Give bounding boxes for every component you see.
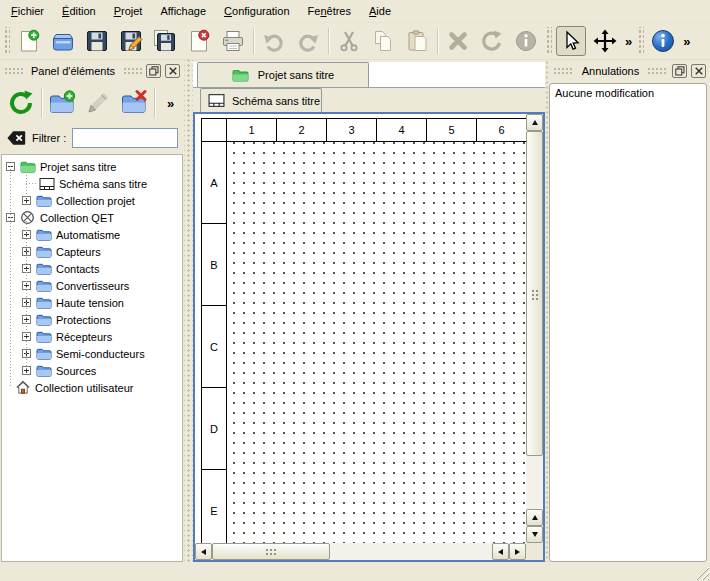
column-header: 5 <box>427 118 477 142</box>
redo-button[interactable] <box>291 25 325 57</box>
toolbar-drag-handle[interactable] <box>3 27 10 55</box>
move-tool-button[interactable] <box>588 25 622 57</box>
thumb-grip <box>530 288 539 300</box>
close-panel-button[interactable] <box>165 64 180 78</box>
diagram-canvas[interactable]: 1 2 3 4 5 6 A B C D E <box>195 114 526 543</box>
save-as-button[interactable] <box>114 25 148 57</box>
restore-icon <box>149 66 159 76</box>
float-panel-button[interactable] <box>672 64 687 78</box>
paste-button[interactable] <box>400 25 434 57</box>
menu-aide[interactable]: Aide <box>360 1 400 21</box>
new-element-button[interactable] <box>44 85 80 121</box>
close-panel-button[interactable] <box>691 64 706 78</box>
tree-item-contacts[interactable]: Contacts <box>2 260 182 277</box>
copy-button[interactable] <box>366 25 400 57</box>
rotate-button[interactable] <box>475 25 509 57</box>
tree-item-label: Récepteurs <box>56 331 112 343</box>
edit-element-button[interactable] <box>80 85 116 121</box>
filter-input[interactable] <box>72 128 178 148</box>
horizontal-scrollbar[interactable] <box>195 543 526 560</box>
resize-grip[interactable] <box>695 566 709 580</box>
scroll-up-button[interactable] <box>526 114 543 131</box>
print-button[interactable] <box>216 25 250 57</box>
menu-edition[interactable]: Édition <box>53 1 105 21</box>
horizontal-scrollbar-thumb[interactable] <box>212 543 330 560</box>
menu-fichier[interactable]: Fichier <box>2 1 53 21</box>
undo-list-item[interactable]: Aucune modification <box>552 86 704 100</box>
elements-panel-titlebar[interactable]: Panel d'éléments <box>0 60 184 82</box>
thumb-grip <box>264 547 278 556</box>
undo-button[interactable] <box>257 25 291 57</box>
scroll-left-button[interactable] <box>492 543 509 560</box>
folder-plus-icon <box>48 89 76 117</box>
menu-projet[interactable]: Projet <box>105 1 152 21</box>
save-all-button[interactable] <box>148 25 182 57</box>
delete-element-button[interactable] <box>116 85 152 121</box>
float-panel-button[interactable] <box>146 64 161 78</box>
toolbar-drag-handle[interactable] <box>545 27 552 55</box>
tree-item-label: Protections <box>56 314 111 326</box>
dock-grip-texture <box>647 67 668 75</box>
tab-schema-sans-titre[interactable]: Schéma sans titre <box>200 88 322 112</box>
tree-item-collection-utilisateur[interactable]: Collection utilisateur <box>2 379 182 396</box>
clear-filter-icon[interactable] <box>6 129 26 147</box>
vertical-scrollbar[interactable] <box>526 114 543 543</box>
refresh-icon <box>7 89 35 117</box>
toolbar-overflow-button[interactable]: » <box>680 34 693 49</box>
tree-item-haute-tension[interactable]: Haute tension <box>2 294 182 311</box>
scroll-right-button[interactable] <box>509 543 526 560</box>
tree-item-semi-conducteurs[interactable]: Semi-conducteurs <box>2 345 182 362</box>
tree-item-sources[interactable]: Sources <box>2 362 182 379</box>
panel-toolbar-overflow-button[interactable]: » <box>167 96 174 111</box>
menu-configuration[interactable]: Configuration <box>215 1 298 21</box>
tree-item-collection-qet[interactable]: Collection QET <box>2 209 182 226</box>
tree-item-recepteurs[interactable]: Récepteurs <box>2 328 182 345</box>
tree-item-label: Automatisme <box>56 229 120 241</box>
close-file-button[interactable] <box>182 25 216 57</box>
toolbar-overflow-button[interactable]: » <box>622 34 635 49</box>
delete-button[interactable] <box>441 25 475 57</box>
tab-projet-sans-titre[interactable]: Projet sans titre <box>197 62 369 87</box>
vertical-scrollbar-thumb[interactable] <box>526 131 543 456</box>
cursor-arrow-icon <box>560 30 582 52</box>
reload-collections-button[interactable] <box>3 85 39 121</box>
menu-affichage[interactable]: Affichage <box>151 1 215 21</box>
toolbar-drag-handle[interactable] <box>637 27 644 55</box>
column-header: 3 <box>327 118 377 142</box>
undo-panel-titlebar[interactable]: Annulations <box>549 60 710 82</box>
tree-item-label: Projet sans titre <box>40 161 116 173</box>
elements-panel: Panel d'éléments » Filtrer : <box>0 60 184 562</box>
save-button[interactable] <box>80 25 114 57</box>
folder-blue-icon <box>35 193 52 208</box>
open-file-button[interactable] <box>46 25 80 57</box>
new-file-icon <box>17 29 41 53</box>
undo-panel-title: Annulations <box>578 65 644 77</box>
new-file-button[interactable] <box>12 25 46 57</box>
element-infos-button[interactable] <box>509 25 543 57</box>
scrollbar-corner <box>526 543 543 560</box>
tree-item-automatisme[interactable]: Automatisme <box>2 226 182 243</box>
scroll-up-button[interactable] <box>526 509 543 526</box>
project-tab-label: Projet sans titre <box>258 69 334 81</box>
toolbar-separator <box>328 28 329 54</box>
column-header-row: 1 2 3 4 5 6 <box>201 118 526 142</box>
undo-history-list[interactable]: Aucune modification <box>549 83 707 562</box>
cut-button[interactable] <box>332 25 366 57</box>
select-tool-button[interactable] <box>556 26 586 56</box>
diagram-view[interactable]: 1 2 3 4 5 6 A B C D E <box>193 112 545 562</box>
folder-green-icon <box>19 159 36 174</box>
column-header: 6 <box>477 118 526 142</box>
tree-item-projet-sans-titre[interactable]: Projet sans titre <box>2 158 182 175</box>
about-qet-button[interactable] <box>646 25 680 57</box>
left-splitter-handle[interactable] <box>184 60 193 562</box>
tree-item-label: Schéma sans titre <box>59 178 147 190</box>
tree-item-convertisseurs[interactable]: Convertisseurs <box>2 277 182 294</box>
tree-item-protections[interactable]: Protections <box>2 311 182 328</box>
menu-fenetres[interactable]: Fenêtres <box>299 1 360 21</box>
undo-icon <box>262 29 286 53</box>
scroll-down-button[interactable] <box>526 526 543 543</box>
tree-item-capteurs[interactable]: Capteurs <box>2 243 182 260</box>
scroll-left-button[interactable] <box>195 543 212 560</box>
save-as-icon <box>119 29 143 53</box>
tree-item-collection-projet[interactable]: Collection projet <box>2 192 182 209</box>
